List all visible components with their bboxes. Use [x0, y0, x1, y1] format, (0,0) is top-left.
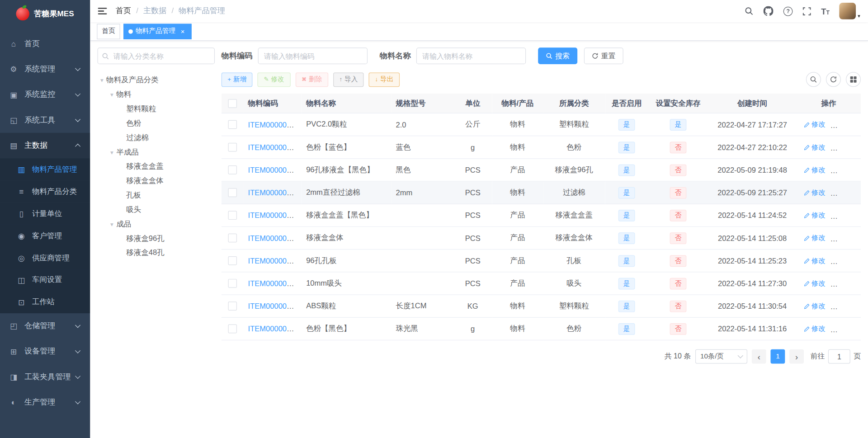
prev-page-button[interactable]: ‹: [752, 349, 766, 364]
tree-node[interactable]: 移液盒盒盖: [98, 160, 215, 174]
row-delete-link[interactable]: 删除: [833, 324, 855, 334]
tree-node[interactable]: 孔板: [98, 188, 215, 203]
font-size-icon[interactable]: TT: [821, 7, 830, 15]
app-logo[interactable]: 苦糖果MES: [0, 0, 90, 28]
sidebar-item[interactable]: ▥ 物料产品管理: [0, 158, 90, 180]
item-code-link[interactable]: ITEM00000055: [248, 302, 299, 310]
column-settings-button[interactable]: [846, 72, 861, 87]
row-delete-link[interactable]: 删除: [833, 142, 855, 152]
row-checkbox[interactable]: [228, 325, 237, 334]
search-icon[interactable]: [745, 7, 754, 16]
row-checkbox[interactable]: [228, 256, 237, 265]
row-delete-link[interactable]: 删除: [833, 233, 855, 243]
tree-node[interactable]: 塑料颗粒: [98, 102, 215, 116]
sidebar-item[interactable]: ◨ 工装夹具管理: [0, 364, 90, 390]
item-code-link[interactable]: ITEM00000046: [248, 166, 299, 174]
tree-node[interactable]: 色粉: [98, 116, 215, 131]
tab-close-icon[interactable]: [179, 28, 187, 35]
tree-node[interactable]: 移液盒96孔: [98, 231, 215, 246]
select-all-checkbox[interactable]: [228, 99, 237, 108]
help-icon[interactable]: ?: [783, 6, 793, 16]
row-checkbox[interactable]: [228, 120, 237, 129]
sidebar-item[interactable]: ▤ 主数据: [0, 133, 90, 158]
row-delete-link[interactable]: 删除: [833, 165, 855, 175]
item-code-link[interactable]: ITEM00000056: [248, 325, 299, 333]
item-code-link[interactable]: ITEM00000037: [248, 120, 299, 128]
next-page-button[interactable]: ›: [789, 349, 804, 364]
item-code-link[interactable]: ITEM00000051: [248, 211, 299, 219]
toggle-search-button[interactable]: [806, 72, 821, 87]
row-delete-link[interactable]: 删除: [833, 120, 855, 129]
row-edit-link[interactable]: 修改: [804, 165, 826, 175]
row-edit-link[interactable]: 修改: [804, 142, 826, 152]
row-edit-link[interactable]: 修改: [804, 120, 826, 129]
tab[interactable]: 首页: [97, 24, 120, 39]
tab[interactable]: 物料产品管理: [123, 24, 192, 39]
row-checkbox[interactable]: [228, 165, 237, 174]
row-edit-link[interactable]: 修改: [804, 279, 826, 288]
tree-node[interactable]: 移液盒盒体: [98, 174, 215, 188]
row-edit-link[interactable]: 修改: [804, 256, 826, 265]
item-code-link[interactable]: ITEM00000053: [248, 257, 299, 265]
sidebar-toggle-icon[interactable]: [90, 0, 115, 22]
page-jump-input[interactable]: [828, 349, 850, 364]
row-checkbox[interactable]: [228, 211, 237, 220]
sidebar-item[interactable]: ▯ 计量单位: [0, 203, 90, 225]
row-delete-link[interactable]: 删除: [833, 211, 855, 220]
row-checkbox[interactable]: [228, 234, 237, 243]
page-size-select[interactable]: 10条/页: [695, 349, 747, 364]
breadcrumb-item[interactable]: 物料产品管理: [166, 6, 225, 16]
row-edit-link[interactable]: 修改: [804, 301, 826, 311]
sidebar-item[interactable]: ◎ 供应商管理: [0, 247, 90, 269]
action-button[interactable]: ↓ 导出: [369, 72, 400, 87]
category-search-input[interactable]: [98, 47, 215, 64]
tree-node[interactable]: 物料: [98, 87, 215, 102]
sidebar-item[interactable]: ▣ 系统监控: [0, 82, 90, 107]
sidebar-item[interactable]: ⚙ 系统管理: [0, 57, 90, 82]
tree-node[interactable]: 物料及产品分类: [98, 73, 215, 88]
sidebar-item[interactable]: ⌂ 首页: [0, 31, 90, 57]
avatar[interactable]: [840, 3, 856, 19]
tree-node[interactable]: 半成品: [98, 145, 215, 160]
material-code-input[interactable]: [258, 47, 368, 64]
breadcrumb-item[interactable]: 主数据: [131, 6, 166, 16]
row-delete-link[interactable]: 删除: [833, 301, 855, 311]
row-edit-link[interactable]: 修改: [804, 211, 826, 220]
action-button[interactable]: ↑ 导入: [333, 72, 364, 87]
fullscreen-icon[interactable]: [803, 7, 811, 15]
row-checkbox[interactable]: [228, 279, 237, 288]
row-edit-link[interactable]: 修改: [804, 188, 826, 198]
row-checkbox[interactable]: [228, 188, 237, 198]
action-button[interactable]: + 新增: [222, 72, 253, 87]
tree-node[interactable]: 成品: [98, 217, 215, 231]
sidebar-item[interactable]: ◰ 仓储管理: [0, 313, 90, 339]
item-code-link[interactable]: ITEM00000049: [248, 188, 299, 197]
tree-node[interactable]: 吸头: [98, 203, 215, 217]
sidebar-item[interactable]: ⊡ 工作站: [0, 291, 90, 313]
row-checkbox[interactable]: [228, 302, 237, 311]
item-code-link[interactable]: ITEM00000041: [248, 143, 299, 151]
sidebar-item[interactable]: ◐ 生产管理: [0, 390, 90, 415]
reset-button[interactable]: 重置: [584, 47, 623, 64]
action-button[interactable]: ✖ 删除: [295, 72, 328, 87]
row-edit-link[interactable]: 修改: [804, 324, 826, 334]
current-page-button[interactable]: 1: [770, 349, 785, 364]
sidebar-item[interactable]: ≡ 物料产品分类: [0, 180, 90, 203]
refresh-button[interactable]: [826, 72, 841, 87]
row-delete-link[interactable]: 删除: [833, 188, 855, 198]
tree-node[interactable]: 移液盒48孔: [98, 246, 215, 260]
action-button[interactable]: ✎ 修改: [258, 72, 291, 87]
row-edit-link[interactable]: 修改: [804, 233, 826, 243]
search-button[interactable]: 搜索: [538, 47, 577, 64]
material-name-input[interactable]: [416, 47, 526, 64]
breadcrumb-item[interactable]: 首页: [116, 6, 131, 16]
item-code-link[interactable]: ITEM00000054: [248, 279, 299, 287]
sidebar-item[interactable]: ⊞ 设备管理: [0, 339, 90, 364]
user-menu[interactable]: ▾: [840, 3, 860, 19]
item-code-link[interactable]: ITEM00000052: [248, 234, 299, 242]
row-checkbox[interactable]: [228, 143, 237, 152]
row-delete-link[interactable]: 删除: [833, 279, 855, 288]
tree-node[interactable]: 过滤棉: [98, 131, 215, 145]
github-icon[interactable]: [764, 6, 774, 16]
sidebar-item[interactable]: ◫ 车间设置: [0, 269, 90, 291]
